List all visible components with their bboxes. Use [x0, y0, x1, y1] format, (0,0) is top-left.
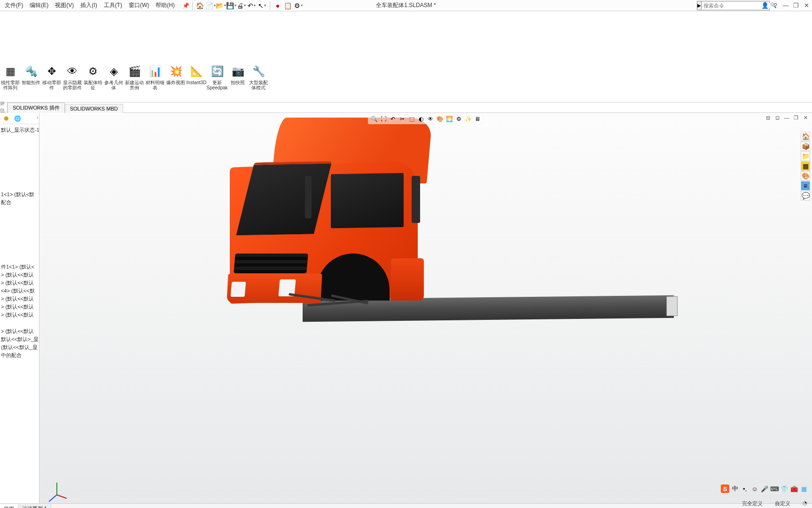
model-view-tab[interactable]: 视图 [0, 504, 18, 508]
view-orient-icon[interactable]: ⬚ [407, 115, 416, 123]
settings-icon[interactable]: ⚙ [294, 1, 303, 10]
help-icon[interactable]: ? [772, 2, 779, 9]
search-box[interactable]: ▶ 🔍 [697, 1, 770, 10]
menu-file[interactable]: 文件(F) [2, 0, 26, 10]
ime-icon[interactable]: 🧰 [790, 484, 798, 493]
3d-viewport[interactable]: 🔍 ⛶ ↶ ✂ ⬚ ◐ 👁 🎨 🌅 ⚙ ✨ 🖥 ⊟ ⊡ — ❐ ✕ 🏠 📦 📁 … [39, 113, 812, 503]
minimize-icon[interactable]: — [782, 2, 789, 9]
ime-icon[interactable]: 👕 [780, 484, 789, 493]
vp-expand-icon[interactable]: ⊡ [773, 115, 781, 122]
ime-menu-icon[interactable]: ▦ [800, 484, 808, 493]
tree-item[interactable]: (默认<<默认_显 [1, 343, 38, 351]
ime-punct-icon[interactable]: •, [741, 484, 749, 493]
large-assembly-button[interactable]: 🔧大型装配体模式 [248, 63, 269, 91]
ime-emoji-icon[interactable]: ☺ [750, 484, 759, 493]
show-hidden-button[interactable]: 👁显示隐藏的零部件 [62, 63, 83, 91]
appearances-icon[interactable]: 🎨 [801, 171, 810, 181]
properties-icon[interactable]: ≡ [801, 181, 810, 190]
tree-item[interactable]: > (默认<<默认 [1, 279, 38, 287]
tree-item[interactable]: 默认<<默认>_显 [1, 335, 38, 343]
mirror-right [412, 176, 420, 223]
hide-show-icon[interactable]: 👁 [426, 115, 435, 123]
tree-item[interactable]: > (默认<<默认 [1, 327, 38, 335]
view-palette-icon[interactable]: ▦ [801, 161, 810, 171]
resources-icon[interactable]: 📦 [801, 142, 810, 151]
forum-icon[interactable]: 💬 [801, 191, 810, 200]
zoom-fit-icon[interactable]: 🔍 [370, 115, 378, 123]
tree-item[interactable]: > (默认<<默认 [1, 311, 38, 319]
user-icon[interactable]: 👤 [761, 2, 769, 9]
tab-mbd[interactable]: SOLIDWORKS MBD [65, 104, 123, 113]
menu-view[interactable]: 视图(V) [52, 0, 77, 10]
sogou-icon[interactable]: S [721, 484, 729, 493]
save-icon[interactable]: 💾 [226, 1, 236, 10]
vp-close-icon[interactable]: ✕ [802, 115, 809, 122]
speedpak-button[interactable]: 🔄更新Speedpak [207, 63, 227, 91]
rebuild-icon[interactable]: ● [273, 1, 282, 10]
home-pane-icon[interactable]: 🏠 [801, 132, 810, 141]
tree-state[interactable]: 默认_显示状态-1 [1, 126, 38, 134]
tab-addins[interactable]: SOLIDWORKS 插件 [8, 103, 65, 113]
tree-item[interactable]: 件1<1> (默认< [1, 263, 38, 271]
zoom-area-icon[interactable]: ⛶ [379, 115, 388, 123]
menu-window[interactable]: 窗口(W) [126, 0, 152, 10]
motion-study-tab[interactable]: 运动算例 1 [18, 504, 51, 508]
scene-icon[interactable]: 🌅 [445, 115, 453, 123]
status-icon[interactable]: ◔ [803, 500, 807, 507]
close-icon[interactable]: ✕ [803, 2, 810, 9]
linear-pattern-button[interactable]: ▦线性零部件阵列 [0, 63, 21, 91]
axis-y [56, 483, 57, 495]
assembly-tab-icon[interactable]: ⬢ [2, 114, 10, 123]
maximize-icon[interactable]: ❐ [792, 2, 800, 9]
prev-view-icon[interactable]: ↶ [389, 115, 397, 123]
vp-min-icon[interactable]: — [783, 115, 790, 122]
instant3d-button[interactable]: 📐Instant3D [186, 63, 207, 86]
bottom-tabs: 视图 运动算例 1 [0, 503, 812, 508]
tree-item[interactable]: 中的配合 [1, 351, 38, 359]
appearance-icon[interactable]: 🎨 [436, 115, 444, 123]
tree-body[interactable]: 默认_显示状态-1 1<1> (默认<默 配合 件1<1> (默认< > (默认… [0, 124, 39, 361]
undo-icon[interactable]: ↶ [247, 1, 257, 10]
menu-help[interactable]: 帮助(H) [153, 0, 178, 10]
ime-lang-icon[interactable]: 中 [731, 484, 739, 493]
smart-fastener-button[interactable]: 🔩智能扣件 [21, 63, 41, 86]
library-icon[interactable]: 📁 [801, 151, 810, 161]
new-icon[interactable]: 📄 [206, 1, 215, 10]
bom-button[interactable]: 📊材料明细表 [145, 63, 165, 91]
home-icon[interactable]: 🏠 [195, 1, 205, 10]
search-input[interactable] [702, 3, 770, 8]
assembly-feature-button[interactable]: ⚙装配体特征 [83, 63, 103, 91]
render-icon[interactable]: ✨ [464, 115, 472, 123]
display-style-icon[interactable]: ◐ [417, 115, 425, 123]
pin-icon[interactable]: 📌 [182, 2, 189, 9]
motion-study-button[interactable]: 🎬新建运动算例 [124, 63, 145, 91]
tree-item[interactable]: 配合 [1, 198, 38, 206]
vp-max-icon[interactable]: ❐ [792, 115, 800, 122]
open-icon[interactable]: 📂 [216, 1, 226, 10]
snapshot-button[interactable]: 📷拍快照 [227, 63, 248, 86]
explode-view-button[interactable]: 💥爆炸视图 [165, 63, 186, 86]
tree-item[interactable]: > (默认<<默认 [1, 271, 38, 279]
ime-keyboard-icon[interactable]: ⌨ [770, 484, 779, 493]
select-icon[interactable]: ↖ [258, 1, 267, 10]
ime-voice-icon[interactable]: 🎤 [760, 484, 769, 493]
tree-item[interactable]: 1<1> (默认<默 [1, 190, 38, 198]
print-icon[interactable]: 🖨 [237, 1, 246, 10]
tree-item[interactable]: > (默认<<默认 [1, 303, 38, 311]
orientation-triad[interactable] [48, 478, 69, 499]
menu-tools[interactable]: 工具(T) [101, 0, 125, 10]
menu-insert[interactable]: 插入(I) [78, 0, 100, 10]
reference-geom-button[interactable]: ◈参考几何体 [103, 63, 124, 91]
chevron-right-icon[interactable]: › [37, 115, 38, 120]
move-component-button[interactable]: ✥移动零部件 [41, 63, 62, 91]
menu-edit[interactable]: 编辑(E) [27, 0, 51, 10]
config-tab-icon[interactable]: 🌐 [13, 114, 22, 123]
view-settings-icon[interactable]: ⚙ [454, 115, 463, 123]
tab-evaluate[interactable]: 评估 [0, 102, 8, 112]
vp-collapse-icon[interactable]: ⊟ [764, 115, 772, 122]
section-icon[interactable]: ✂ [398, 115, 406, 123]
tree-item[interactable]: > (默认<<默认 [1, 295, 38, 303]
screen-icon[interactable]: 🖥 [473, 115, 482, 123]
tree-item[interactable]: <4> (默认<<默 [1, 287, 38, 295]
options-icon[interactable]: 📋 [283, 1, 293, 10]
